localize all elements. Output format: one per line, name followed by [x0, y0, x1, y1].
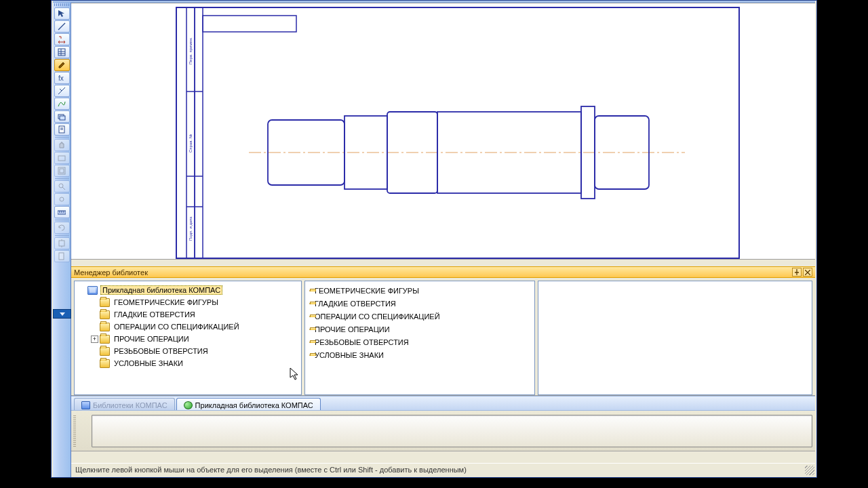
- folder-icon: [309, 316, 311, 317]
- toolbar-grip[interactable]: [54, 3, 70, 6]
- tool-curve-icon[interactable]: [54, 98, 70, 110]
- svg-line-15: [62, 187, 65, 190]
- svg-text:Подп. и дата: Подп. и дата: [189, 216, 193, 241]
- folder-icon: [309, 329, 311, 330]
- drawing-canvas[interactable]: Перв. примен. Справ. № Подп. и дата: [71, 3, 815, 260]
- tool-zoom-icon[interactable]: [54, 180, 70, 192]
- tool-line-icon[interactable]: [54, 20, 70, 33]
- folder-icon: [100, 347, 110, 356]
- library-tree-pane[interactable]: Прикладная библиотека КОМПАС ГЕОМЕТРИЧЕС…: [74, 281, 302, 395]
- tree-item[interactable]: + ПРОЧИЕ ОПЕРАЦИИ: [76, 333, 300, 345]
- list-item[interactable]: ГЛАДКИЕ ОТВЕРСТИЯ: [307, 297, 533, 310]
- tool-hand-icon[interactable]: [54, 139, 70, 151]
- library-root-icon: [87, 286, 98, 295]
- command-input[interactable]: [92, 415, 812, 447]
- list-item[interactable]: ОПЕРАЦИИ СО СПЕЦИФИКАЦИЕЙ: [307, 310, 533, 323]
- svg-rect-13: [60, 169, 64, 173]
- svg-rect-11: [58, 156, 65, 161]
- list-item[interactable]: РЕЗЬБОВЫЕ ОТВЕРСТИЯ: [307, 336, 533, 348]
- tool-spec-icon[interactable]: [54, 123, 70, 136]
- application-window: fx: [51, 0, 817, 478]
- tree-root[interactable]: Прикладная библиотека КОМПАС: [76, 284, 300, 296]
- tool-page-icon[interactable]: [54, 250, 70, 262]
- svg-rect-21: [59, 241, 64, 246]
- folder-icon: [309, 354, 311, 356]
- folder-icon: [309, 342, 311, 343]
- tree-item[interactable]: ГЕОМЕТРИЧЕСКИЕ ФИГУРЫ: [76, 296, 300, 308]
- tool-table-icon[interactable]: [54, 46, 70, 58]
- tree-item[interactable]: ОПЕРАЦИИ СО СПЕЦИФИКАЦИЕЙ: [76, 321, 300, 333]
- vertical-toolbar: fx: [53, 3, 71, 477]
- list-item[interactable]: ПРОЧИЕ ОПЕРАЦИИ: [307, 323, 533, 336]
- list-item[interactable]: УСЛОВНЫЕ ЗНАКИ: [307, 348, 533, 361]
- svg-line-0: [58, 23, 65, 30]
- folder-icon: [100, 310, 110, 319]
- svg-text:fx: fx: [58, 75, 64, 82]
- folder-icon: [309, 290, 311, 291]
- library-preview-pane: [538, 281, 812, 395]
- tab-libraries[interactable]: Библиотеки КОМПАС: [74, 398, 175, 410]
- panel-grip[interactable]: [73, 415, 76, 447]
- tool-edit-icon[interactable]: [54, 59, 70, 71]
- resize-grip-icon[interactable]: [805, 466, 814, 475]
- svg-rect-7: [60, 116, 65, 120]
- svg-rect-22: [59, 253, 64, 260]
- tool-select-icon[interactable]: [54, 7, 70, 20]
- folder-icon: [100, 335, 110, 344]
- svg-text:Справ. №: Справ. №: [189, 134, 193, 152]
- close-icon[interactable]: [803, 268, 812, 277]
- folder-icon: [100, 298, 110, 307]
- tool-ruler-icon[interactable]: [54, 206, 70, 218]
- tool-window-icon[interactable]: [54, 165, 70, 177]
- tool-export-icon[interactable]: [54, 237, 70, 249]
- command-panel: [71, 411, 815, 451]
- tool-layers-icon[interactable]: [54, 110, 70, 123]
- library-tab-icon: [81, 401, 90, 409]
- tool-parametric-icon[interactable]: fx: [54, 72, 70, 84]
- tool-rotate-icon[interactable]: [54, 222, 70, 234]
- status-bar: Щелкните левой кнопкой мыши на объекте д…: [71, 463, 815, 476]
- library-list-pane[interactable]: ГЕОМЕТРИЧЕСКИЕ ФИГУРЫ ГЛАДКИЕ ОТВЕРСТИЯ …: [304, 281, 535, 395]
- status-text: Щелкните левой кнопкой мыши на объекте д…: [75, 466, 467, 474]
- svg-point-16: [60, 197, 64, 201]
- tool-rect-icon[interactable]: [54, 152, 70, 164]
- expand-toggle-icon[interactable]: +: [91, 336, 98, 343]
- library-manager-body: Прикладная библиотека КОМПАС ГЕОМЕТРИЧЕС…: [71, 278, 815, 396]
- folder-icon: [100, 323, 110, 331]
- side-tab-nub[interactable]: [53, 309, 71, 319]
- library-manager-titlebar[interactable]: Менеджер библиотек: [71, 266, 815, 278]
- folder-icon: [309, 303, 311, 304]
- svg-rect-23: [176, 7, 739, 258]
- svg-rect-29: [203, 16, 296, 32]
- svg-rect-1: [58, 49, 65, 56]
- tool-dimension-icon[interactable]: [54, 33, 70, 45]
- tree-item[interactable]: УСЛОВНЫЕ ЗНАКИ: [76, 357, 300, 369]
- tree-item[interactable]: РЕЗЬБОВЫЕ ОТВЕРСТИЯ: [76, 345, 300, 357]
- tab-applied-library[interactable]: Прикладная библиотека КОМПАС: [176, 398, 321, 410]
- svg-text:Перв. примен.: Перв. примен.: [189, 37, 193, 64]
- svg-rect-25: [195, 7, 203, 258]
- tree-root-label: Прикладная библиотека КОМПАС: [100, 285, 222, 295]
- library-manager-title: Менеджер библиотек: [74, 268, 148, 277]
- content-area: Перв. примен. Справ. № Подп. и дата: [71, 3, 815, 476]
- folder-icon: [100, 359, 110, 368]
- pin-icon[interactable]: [792, 268, 802, 277]
- tool-pan-icon[interactable]: [54, 193, 70, 205]
- tree-item[interactable]: ГЛАДКИЕ ОТВЕРСТИЯ: [76, 308, 300, 321]
- tool-measure-icon[interactable]: [54, 85, 70, 97]
- library-tab-icon: [184, 401, 193, 409]
- library-tabs: Библиотеки КОМПАС Прикладная библиотека …: [71, 396, 815, 411]
- list-item[interactable]: ГЕОМЕТРИЧЕСКИЕ ФИГУРЫ: [307, 284, 533, 297]
